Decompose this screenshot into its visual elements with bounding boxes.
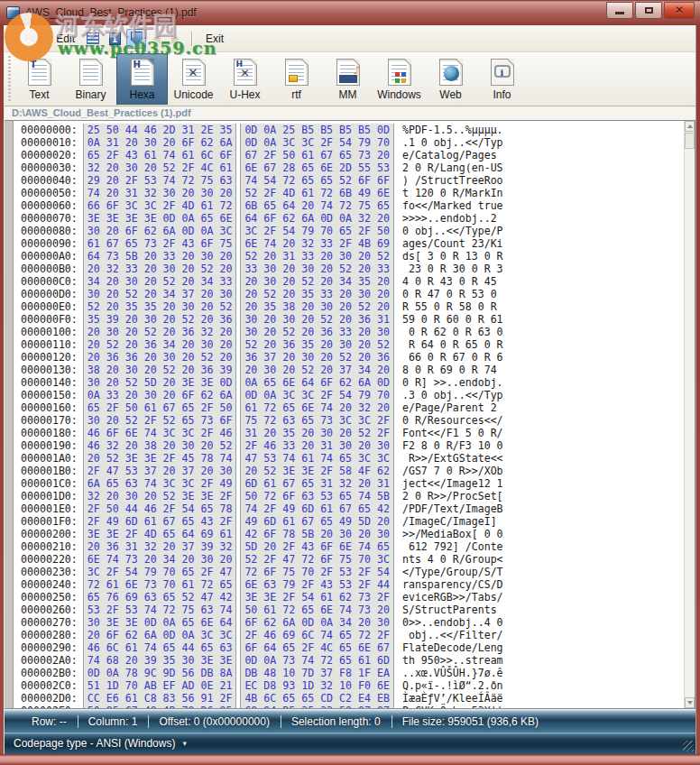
- hex-bytes-group2[interactable]: 4B 6C 65 65 CD C2 E4 EB: [240, 692, 394, 705]
- hex-ascii[interactable]: 0 R 47 0 R 53 0: [402, 288, 503, 300]
- hex-row[interactable]: 00000220: 6E 74 73 20 34 20 30 20 52 2F …: [14, 553, 684, 566]
- hex-bytes-group1[interactable]: 29 20 2F 53 74 72 75 63: [83, 174, 237, 187]
- hex-bytes-group1[interactable]: 46 32 20 38 20 30 20 52: [83, 439, 237, 452]
- hex-row[interactable]: 00000150: 0A 33 20 30 20 6F 62 6A 0D 0A …: [14, 389, 684, 401]
- hex-ascii[interactable]: ..xœ.VÛŠÛH.}7ø.ê: [402, 667, 503, 679]
- hex-bytes-group2[interactable]: 72 6F 75 70 2F 53 2F 54: [240, 566, 394, 578]
- hex-row[interactable]: 00000280: 20 6F 62 6A 0D 0A 3C 3C 2F 46 …: [14, 629, 684, 641]
- hex-ascii[interactable]: /ImageC/ImageI]: [402, 515, 503, 528]
- hex-bytes-group2[interactable]: 20 30 20 52 20 34 35 20: [240, 275, 394, 288]
- hex-ascii[interactable]: %PDF-1.5..%µµµµ.: [402, 124, 503, 136]
- hex-ascii[interactable]: 612 792] /Conte: [402, 540, 503, 553]
- forward-arrow-icon[interactable]: [171, 33, 180, 44]
- minimize-button[interactable]: [606, 2, 633, 19]
- hex-row[interactable]: 000001A0: 20 52 3E 3E 2F 45 78 74 47 53 …: [14, 452, 684, 465]
- back-arrow-icon[interactable]: [152, 33, 161, 44]
- hex-ascii[interactable]: 59 0 R 60 0 R 61: [402, 313, 503, 326]
- hex-bytes-group1[interactable]: 0A 33 20 30 20 6F 62 6A: [83, 389, 237, 401]
- toolbar-button[interactable]: Binary: [65, 53, 116, 105]
- hex-bytes-group2[interactable]: 74 2F 49 6D 61 67 65 42: [240, 502, 394, 515]
- hex-bytes-group1[interactable]: 20 52 20 36 34 20 30 20: [83, 338, 237, 351]
- toolbar-button[interactable]: Web: [425, 53, 476, 105]
- hex-bytes-group2[interactable]: 6F 64 65 2F 4C 65 6E 67: [240, 641, 394, 654]
- hex-ascii[interactable]: >>/MediaBox[ 0 0: [402, 528, 503, 540]
- maximize-button[interactable]: [635, 2, 662, 19]
- hex-bytes-group2[interactable]: 42 6F 78 5B 20 30 20 30: [240, 528, 394, 540]
- hex-row[interactable]: 00000160: 65 2F 50 61 67 65 2F 50 61 72 …: [14, 401, 684, 414]
- hex-row[interactable]: 00000250: 65 76 69 63 65 52 47 42 3E 3E …: [14, 591, 684, 604]
- hex-row[interactable]: 00000060: 66 6F 3C 3C 2F 4D 61 72 6B 65 …: [14, 199, 684, 212]
- hex-bytes-group1[interactable]: 30 20 6F 62 6A 0D 0A 3C: [83, 225, 237, 237]
- hex-bytes-group1[interactable]: 20 6F 62 6A 0D 0A 3C 3C: [83, 629, 237, 641]
- hex-bytes-group2[interactable]: 74 54 72 65 65 52 6F 6F: [240, 174, 394, 187]
- hex-bytes-group2[interactable]: 52 2F 4D 61 72 6B 49 6E: [240, 187, 394, 199]
- hex-bytes-group1[interactable]: 35 39 20 30 20 52 20 36: [83, 313, 237, 326]
- hex-row[interactable]: 00000260: 53 2F 53 74 72 75 63 74 50 61 …: [14, 604, 684, 616]
- hex-row[interactable]: 000002E0: 50 85 C7 48 4B 78 D6 85 68 84 …: [14, 705, 684, 708]
- hex-bytes-group2[interactable]: 31 20 35 20 30 20 52 2F: [240, 427, 394, 439]
- hex-bytes-group1[interactable]: 30 20 52 5D 20 3E 3E 0D: [83, 376, 237, 389]
- hex-row[interactable]: 00000010: 0A 31 20 30 20 6F 62 6A 0D 0A …: [14, 136, 684, 149]
- hex-row[interactable]: 00000180: 46 6F 6E 74 3C 3C 2F 46 31 20 …: [14, 427, 684, 439]
- hex-row[interactable]: 00000100: 20 30 20 52 20 36 32 20 30 20 …: [14, 326, 684, 338]
- hex-bytes-group2[interactable]: 64 6F 62 6A 0D 0A 32 20: [240, 212, 394, 225]
- hex-bytes-group2[interactable]: 6D 61 67 65 31 32 20 31: [240, 477, 394, 490]
- menu-file[interactable]: File: [17, 29, 49, 49]
- hex-row[interactable]: 000001C0: 6A 65 63 74 3C 3C 2F 49 6D 61 …: [14, 477, 684, 490]
- hex-row[interactable]: 00000210: 20 36 31 32 20 37 39 32 5D 20 …: [14, 540, 684, 553]
- hex-ascii[interactable]: th 950>>..stream: [402, 654, 503, 667]
- hex-ascii[interactable]: fo<</Marked true: [402, 199, 503, 212]
- hex-ascii[interactable]: t 120 0 R/MarkIn: [402, 187, 503, 199]
- toolbar-button[interactable]: Unicode: [168, 53, 219, 105]
- hex-row[interactable]: 00000270: 30 3E 3E 0D 0A 65 6E 64 6F 62 …: [14, 616, 684, 629]
- hex-bytes-group1[interactable]: 3C 2F 54 79 70 65 2F 47: [83, 566, 237, 578]
- hex-bytes-group1[interactable]: 30 3E 3E 0D 0A 65 6E 64: [83, 616, 237, 629]
- hex-row[interactable]: 00000120: 20 36 36 20 30 20 52 20 36 37 …: [14, 351, 684, 364]
- hex-row[interactable]: 000000D0: 30 20 52 20 34 37 20 30 20 52 …: [14, 288, 684, 300]
- hex-bytes-group1[interactable]: 51 1D 70 AB EF AD 0E 21: [83, 679, 237, 692]
- hex-ascii[interactable]: obj..<</Filter/: [402, 629, 503, 641]
- hex-view[interactable]: 00000000: 25 50 44 46 2D 31 2E 35 0D 0A …: [5, 120, 695, 709]
- hex-ascii[interactable]: FlateDecode/Leng: [402, 641, 503, 654]
- hex-bytes-group2[interactable]: 75 72 63 65 73 3C 3C 2F: [240, 414, 394, 427]
- hex-bytes-group1[interactable]: 64 73 5B 20 33 20 30 20: [83, 250, 237, 263]
- toolbar-grip[interactable]: [8, 56, 11, 102]
- hex-ascii[interactable]: 0 R/Resources<</: [402, 414, 503, 427]
- hex-row[interactable]: 00000140: 30 20 52 5D 20 3E 3E 0D 0A 65 …: [14, 376, 684, 389]
- hex-bytes-group1[interactable]: 46 6F 6E 74 3C 3C 2F 46: [83, 427, 237, 439]
- hex-bytes-group1[interactable]: 72 61 6E 73 70 61 72 65: [83, 578, 237, 591]
- hex-bytes-group2[interactable]: 20 35 38 20 30 20 52 20: [240, 300, 394, 313]
- hex-bytes-group2[interactable]: 0D 0A 25 B5 B5 B5 B5 0D: [240, 124, 394, 136]
- hex-ascii[interactable]: 0 R 62 0 R 63 0: [402, 326, 503, 338]
- title-bar[interactable]: AWS_Cloud_Best_Practices (1).pdf ✕: [0, 0, 700, 25]
- hex-bytes-group2[interactable]: 6B 65 64 20 74 72 75 65: [240, 199, 394, 212]
- hex-bytes-group1[interactable]: 20 36 36 20 30 20 52 20: [83, 351, 237, 364]
- hex-bytes-group2[interactable]: 61 72 65 6E 74 20 32 20: [240, 401, 394, 414]
- hex-ascii[interactable]: .3 0 obj..<</Typ: [402, 389, 503, 401]
- hex-bytes-group1[interactable]: 3E 3E 2F 4D 65 64 69 61: [83, 528, 237, 540]
- hex-bytes-group1[interactable]: 65 2F 43 61 74 61 6C 6F: [83, 149, 237, 161]
- hex-bytes-group2[interactable]: 6E 67 28 65 6E 2D 55 53: [240, 161, 394, 174]
- hex-bytes-group1[interactable]: CC E6 61 C8 83 56 91 2F: [83, 692, 237, 705]
- hex-bytes-group1[interactable]: 3E 3E 3E 3E 0D 0A 65 6E: [83, 212, 237, 225]
- close-button[interactable]: ✕: [664, 2, 695, 19]
- resize-grip[interactable]: [683, 741, 694, 751]
- hex-ascii[interactable]: .1 0 obj..<</Typ: [402, 136, 503, 149]
- hex-row[interactable]: 000002D0: CC E6 61 C8 83 56 91 2F 4B 6C …: [14, 692, 684, 705]
- hex-bytes-group1[interactable]: 6E 74 73 20 34 20 30 20: [83, 553, 237, 566]
- hex-row[interactable]: 000000B0: 20 32 33 20 30 20 52 20 33 30 …: [14, 263, 684, 275]
- hex-ascii[interactable]: ) /StructTreeRoo: [402, 174, 503, 187]
- hex-row[interactable]: 000002C0: 51 1D 70 AB EF AD 0E 21 EC D8 …: [14, 679, 684, 692]
- scrollbar-thumb[interactable]: [685, 133, 695, 149]
- hex-bytes-group2[interactable]: 52 20 36 35 20 30 20 52: [240, 338, 394, 351]
- hex-ascii[interactable]: 2 0 R>>/ProcSet[: [402, 490, 503, 502]
- hex-bytes-group2[interactable]: 20 52 20 35 33 20 30 20: [240, 288, 394, 300]
- menu-exit[interactable]: Exit: [198, 29, 231, 49]
- hex-ascii[interactable]: ages/Count 23/Ki: [402, 237, 503, 250]
- hex-bytes-group1[interactable]: 46 6C 61 74 65 44 65 63: [83, 641, 237, 654]
- toolbar-button[interactable]: Hexa: [116, 53, 168, 105]
- hex-ascii[interactable]: ject<</Image12 1: [402, 477, 503, 490]
- hex-bytes-group1[interactable]: 2F 50 44 46 2F 54 65 78: [83, 502, 237, 515]
- hex-ascii[interactable]: Q.p«ï-.!ìØ“.2.ðn: [402, 679, 503, 692]
- hex-bytes-group2[interactable]: 30 20 30 20 52 20 36 31: [240, 313, 394, 326]
